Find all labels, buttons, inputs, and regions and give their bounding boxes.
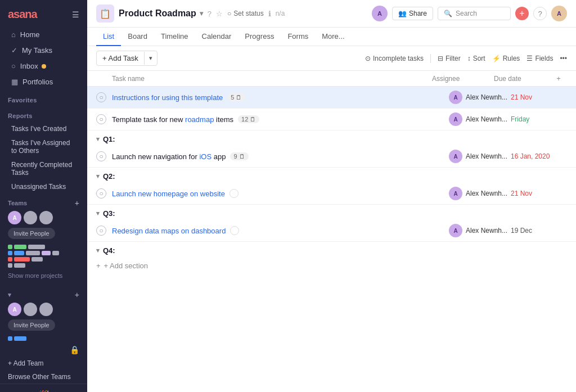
section-header-q2: ▾ Q2: bbox=[87, 168, 576, 183]
task-name-link[interactable]: iOS bbox=[199, 152, 212, 161]
sidebar-item-my-tasks[interactable]: ✓ My Tasks bbox=[3, 43, 84, 58]
sidebar-item-tasks-assigned[interactable]: Tasks I've Assigned to Others bbox=[3, 136, 84, 157]
second-team-section-header: ▾ + bbox=[8, 290, 79, 299]
task-name-link[interactable]: Launch new homepage on website bbox=[112, 190, 225, 198]
project-bar-row bbox=[8, 263, 79, 268]
second-invite-people-button[interactable]: Invite People bbox=[8, 319, 55, 331]
table-row[interactable]: ○ Template task for new roadmap items 12… bbox=[87, 109, 576, 130]
teams-section-header: Teams + bbox=[8, 199, 79, 208]
teams-label: Teams bbox=[8, 200, 27, 206]
assignee-name: Alex Newnh... bbox=[466, 227, 507, 235]
task-complete-check[interactable]: ○ bbox=[96, 92, 106, 102]
teams-section: Teams + A Invite People bbox=[0, 194, 87, 286]
second-team-section: ▾ + A Invite People 🔒 bbox=[0, 286, 87, 357]
rules-button[interactable]: ⚡ Rules bbox=[492, 55, 520, 62]
fields-button[interactable]: ☰ Fields bbox=[526, 55, 553, 62]
task-assignee-cell: A Alex Newnh... bbox=[449, 91, 511, 104]
task-complete-check[interactable]: ○ bbox=[96, 188, 106, 199]
task-toolbar: + Add Task ▾ ⊙ Incomplete tasks ⊟ Filter… bbox=[87, 46, 576, 71]
invite-people-button[interactable]: Invite People bbox=[8, 228, 55, 239]
project-bar bbox=[14, 336, 26, 341]
filter-circle-icon: ⊙ bbox=[365, 55, 371, 62]
project-title-chevron-icon[interactable]: ▾ bbox=[200, 10, 203, 17]
question-icon[interactable]: ? bbox=[208, 10, 212, 18]
sidebar-item-home[interactable]: ⌂ Home bbox=[3, 27, 84, 42]
project-bar-row bbox=[8, 245, 79, 249]
add-button[interactable]: + bbox=[515, 7, 529, 20]
avatar bbox=[39, 303, 53, 316]
sidebar-item-unassigned[interactable]: Unassigned Tasks bbox=[3, 180, 84, 193]
add-team-icon[interactable]: + bbox=[75, 199, 79, 208]
add-task-main[interactable]: + Add Task bbox=[97, 51, 144, 65]
sidebar-item-label: Inbox bbox=[20, 62, 38, 70]
browse-other-teams[interactable]: Browse Other Teams bbox=[0, 370, 87, 384]
help-button[interactable]: ? bbox=[533, 7, 547, 20]
sidebar-bottom: ✦🎉✦ Invite your team and start collabora… bbox=[0, 384, 87, 392]
header-right: A 👥 Share 🔍 Search + ? A bbox=[372, 6, 567, 21]
sidebar-item-inbox[interactable]: ○ Inbox bbox=[3, 58, 84, 74]
task-name-link[interactable]: Instructions for using this template bbox=[112, 93, 223, 102]
show-more-projects[interactable]: Show more projects bbox=[8, 272, 79, 279]
add-section-button[interactable]: + + Add section bbox=[87, 257, 576, 274]
sidebar-item-label: My Tasks bbox=[22, 46, 52, 55]
section-chevron-icon[interactable]: ▾ bbox=[96, 173, 100, 180]
sort-label: Sort bbox=[473, 55, 485, 62]
star-icon[interactable]: ☆ bbox=[216, 10, 223, 18]
sidebar-item-recently-completed[interactable]: Recently Completed Tasks bbox=[3, 158, 84, 179]
tab-calendar[interactable]: Calendar bbox=[195, 28, 238, 46]
share-button[interactable]: 👥 Share bbox=[392, 7, 433, 20]
sidebar-collapse-button[interactable]: ☰ bbox=[72, 10, 79, 19]
info-icon[interactable]: ℹ bbox=[268, 10, 271, 18]
asana-logo: asana bbox=[8, 8, 37, 21]
section-header-q3: ▾ Q3: bbox=[87, 205, 576, 220]
set-status-button[interactable]: ○ Set status bbox=[227, 10, 264, 17]
user-profile-avatar[interactable]: A bbox=[551, 6, 567, 21]
task-count-badge: 12 🗒 bbox=[238, 115, 259, 123]
task-name-text: Launch new navigation for iOS app bbox=[112, 152, 226, 161]
tab-list[interactable]: List bbox=[96, 28, 121, 46]
tab-board[interactable]: Board bbox=[121, 28, 154, 46]
sidebar-item-tasks-created[interactable]: Tasks I've Created bbox=[3, 122, 84, 136]
task-name-cell: Instructions for using this template 5 🗒 bbox=[112, 93, 449, 102]
task-assignee-cell: A Alex Newnh... bbox=[449, 224, 511, 237]
avatar bbox=[24, 211, 37, 224]
section-chevron-icon[interactable]: ▾ bbox=[96, 210, 100, 217]
sort-button[interactable]: ↕ Sort bbox=[467, 55, 485, 62]
tab-forms[interactable]: Forms bbox=[281, 28, 315, 46]
tab-progress[interactable]: Progress bbox=[238, 28, 281, 46]
sidebar-item-portfolios[interactable]: ▦ Portfolios bbox=[3, 74, 84, 89]
incomplete-tasks-filter[interactable]: ⊙ Incomplete tasks bbox=[365, 55, 424, 62]
task-name-link[interactable]: roadmap bbox=[185, 115, 214, 124]
task-name-link[interactable]: Redesign data maps on dashboard bbox=[112, 227, 226, 235]
task-complete-check[interactable]: ○ bbox=[96, 151, 106, 161]
more-options-button[interactable]: ••• bbox=[560, 55, 567, 62]
tab-more[interactable]: More... bbox=[315, 28, 351, 46]
task-assignee-cell: A Alex Newnh... bbox=[449, 112, 511, 126]
task-count-badge: 9 🗒 bbox=[230, 152, 248, 160]
filter-button[interactable]: ⊟ Filter bbox=[438, 55, 461, 62]
project-bar bbox=[14, 245, 26, 249]
task-name-cell: Template task for new roadmap items 12 🗒 bbox=[112, 115, 449, 124]
assignee-avatar: A bbox=[449, 224, 462, 237]
table-row[interactable]: ○ Launch new navigation for iOS app 9 🗒 … bbox=[87, 146, 576, 168]
table-row[interactable]: ○ Redesign data maps on dashboard A Alex… bbox=[87, 220, 576, 242]
tab-timeline[interactable]: Timeline bbox=[154, 28, 195, 46]
add-task-dropdown-arrow[interactable]: ▾ bbox=[144, 52, 157, 65]
search-box[interactable]: 🔍 Search bbox=[438, 7, 511, 20]
second-add-team-icon[interactable]: + bbox=[75, 290, 79, 299]
table-row[interactable]: ○ Launch new homepage on website A Alex … bbox=[87, 183, 576, 205]
project-bar bbox=[14, 251, 24, 255]
section-chevron-icon[interactable]: ▾ bbox=[96, 136, 100, 143]
section-chevron-icon[interactable]: ▾ bbox=[96, 247, 100, 254]
section-label: Q4: bbox=[103, 246, 115, 255]
sidebar-item-label: Recently Completed Tasks bbox=[11, 161, 76, 177]
table-row[interactable]: ○ Instructions for using this template 5… bbox=[87, 87, 576, 109]
task-name-text: Template task for new roadmap items bbox=[112, 115, 233, 124]
task-complete-check[interactable]: ○ bbox=[96, 114, 106, 124]
col-add-icon[interactable]: + bbox=[550, 74, 567, 83]
add-task-button[interactable]: + Add Task ▾ bbox=[96, 51, 158, 66]
reports-nav: Tasks I've Created Tasks I've Assigned t… bbox=[0, 121, 87, 194]
rules-label: Rules bbox=[503, 55, 520, 62]
task-complete-check[interactable]: ○ bbox=[96, 226, 106, 236]
add-team-button[interactable]: + Add Team bbox=[0, 357, 87, 370]
